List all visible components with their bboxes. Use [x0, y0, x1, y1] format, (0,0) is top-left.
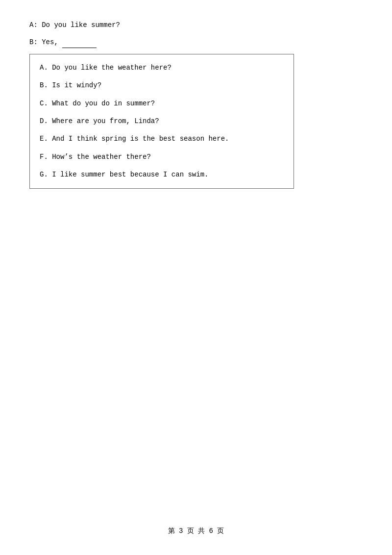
dialog-line-b: B: Yes,: [29, 36, 363, 48]
page-content: A: Do you like summer? B: Yes, A. Do you…: [0, 0, 392, 208]
option-label-d: D.: [40, 117, 52, 125]
dialog-a-text: A: Do you like summer?: [29, 21, 120, 29]
dialog-line-a: A: Do you like summer?: [29, 20, 363, 30]
page-number: 第 3 页 共 6 页: [168, 527, 224, 535]
list-item: G. I like summer best because I can swim…: [40, 169, 284, 180]
list-item: B. Is it windy?: [40, 80, 284, 91]
option-label-g: G.: [40, 171, 52, 178]
option-label-e: E.: [40, 135, 52, 143]
list-item: E. And I think spring is the best season…: [40, 133, 284, 144]
list-item: D. Where are you from, Linda?: [40, 116, 284, 126]
option-label-c: C.: [40, 100, 52, 107]
option-label-a: A.: [40, 64, 52, 72]
option-text-b: Is it windy?: [52, 81, 101, 89]
option-text-c: What do you do in summer?: [52, 100, 155, 107]
option-text-f: How’s the weather there?: [52, 153, 151, 161]
dialog-b-prefix: B: Yes,: [29, 38, 58, 46]
options-box: A. Do you like the weather here? B. Is i…: [29, 54, 294, 189]
page-footer: 第 3 页 共 6 页: [0, 527, 392, 535]
option-text-g: I like summer best because I can swim.: [52, 171, 208, 178]
option-label-f: F.: [40, 153, 52, 161]
option-text-e: And I think spring is the best season he…: [52, 135, 229, 143]
option-text-d: Where are you from, Linda?: [52, 117, 159, 125]
list-item: C. What do you do in summer?: [40, 98, 284, 109]
list-item: A. Do you like the weather here?: [40, 62, 284, 73]
option-label-b: B.: [40, 81, 52, 89]
option-text-a: Do you like the weather here?: [52, 64, 172, 72]
list-item: F. How’s the weather there?: [40, 151, 284, 162]
dialog-b-blank: [62, 36, 97, 48]
